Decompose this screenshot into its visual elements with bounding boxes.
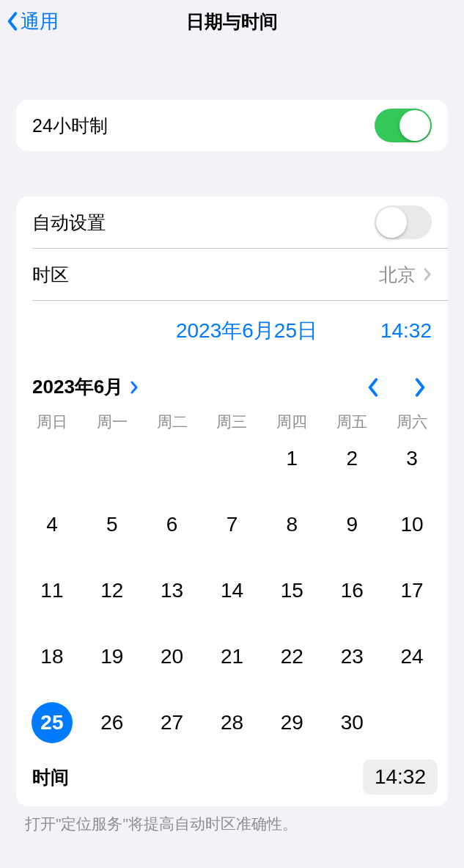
twentyfour-hour-section: 24小时制 xyxy=(16,100,448,151)
calendar-day[interactable]: 21 xyxy=(202,635,262,679)
weekday-label: 周日 xyxy=(22,412,82,432)
calendar-day[interactable]: 1 xyxy=(262,437,322,481)
auto-set-label: 自动设置 xyxy=(32,211,375,235)
calendar-day[interactable]: 16 xyxy=(322,569,382,613)
calendar-day[interactable]: 11 xyxy=(22,569,82,613)
weekday-label: 周四 xyxy=(262,412,322,432)
calendar-day[interactable]: 4 xyxy=(22,503,82,547)
calendar-day[interactable]: 9 xyxy=(322,503,382,547)
calendar-day[interactable]: 24 xyxy=(382,635,442,679)
weekday-label: 周六 xyxy=(382,412,442,432)
month-title-label: 2023年6月 xyxy=(32,374,123,400)
selected-time-display[interactable]: 14:32 xyxy=(380,319,432,343)
calendar-day[interactable]: 26 xyxy=(82,701,142,745)
calendar-day[interactable]: 28 xyxy=(202,701,262,745)
time-picker[interactable]: 14:32 xyxy=(363,759,438,795)
weekday-label: 周二 xyxy=(142,412,202,432)
calendar-day-empty xyxy=(82,437,142,481)
calendar-day[interactable]: 30 xyxy=(322,701,382,745)
calendar-day[interactable]: 3 xyxy=(382,437,442,481)
calendar-day-empty xyxy=(22,437,82,481)
chevron-left-icon xyxy=(4,10,21,32)
timezone-value: 北京 xyxy=(379,263,416,287)
timezone-row[interactable]: 时区 北京 xyxy=(16,249,448,300)
page-title: 日期与时间 xyxy=(0,10,464,34)
weekday-label: 周三 xyxy=(202,412,262,432)
chevron-right-icon xyxy=(423,267,432,282)
calendar-day[interactable]: 23 xyxy=(322,635,382,679)
calendar-day[interactable]: 5 xyxy=(82,503,142,547)
calendar-day-empty xyxy=(142,437,202,481)
calendar-day[interactable]: 18 xyxy=(22,635,82,679)
time-label: 时间 xyxy=(32,765,363,789)
back-button[interactable]: 通用 xyxy=(4,9,59,34)
calendar-day-empty xyxy=(202,437,262,481)
calendar-day[interactable]: 2 xyxy=(322,437,382,481)
footer-note: 打开"定位服务"将提高自动时区准确性。 xyxy=(0,806,464,852)
datetime-section: 自动设置 时区 北京 2023年6月25日 14:32 2023年6月 xyxy=(16,197,448,806)
calendar-day[interactable]: 17 xyxy=(382,569,442,613)
calendar-day[interactable]: 13 xyxy=(142,569,202,613)
calendar-day[interactable]: 25 xyxy=(22,701,82,745)
timezone-label: 时区 xyxy=(32,263,379,287)
twentyfour-hour-label: 24小时制 xyxy=(32,114,375,138)
calendar-day[interactable]: 8 xyxy=(262,503,322,547)
calendar-day[interactable]: 12 xyxy=(82,569,142,613)
chevron-right-icon xyxy=(413,376,427,398)
selected-date-display[interactable]: 2023年6月25日 xyxy=(32,317,380,345)
auto-set-toggle[interactable] xyxy=(375,205,432,239)
calendar-day[interactable]: 19 xyxy=(82,635,142,679)
calendar-day[interactable]: 27 xyxy=(142,701,202,745)
calendar-day[interactable]: 22 xyxy=(262,635,322,679)
prev-month-button[interactable] xyxy=(366,376,380,398)
calendar-day[interactable]: 10 xyxy=(382,503,442,547)
twentyfour-hour-toggle[interactable] xyxy=(375,109,432,142)
calendar-day[interactable]: 20 xyxy=(142,635,202,679)
calendar-day[interactable]: 7 xyxy=(202,503,262,547)
calendar-day[interactable]: 15 xyxy=(262,569,322,613)
chevron-right-icon xyxy=(129,380,139,395)
weekday-label: 周一 xyxy=(82,412,142,432)
month-picker[interactable]: 2023年6月 xyxy=(32,374,139,400)
calendar-day[interactable]: 14 xyxy=(202,569,262,613)
back-label: 通用 xyxy=(21,9,59,34)
chevron-left-icon xyxy=(367,376,380,398)
calendar-day[interactable]: 6 xyxy=(142,503,202,547)
weekday-label: 周五 xyxy=(322,412,382,432)
next-month-button[interactable] xyxy=(413,376,427,398)
calendar-day[interactable]: 29 xyxy=(262,701,322,745)
